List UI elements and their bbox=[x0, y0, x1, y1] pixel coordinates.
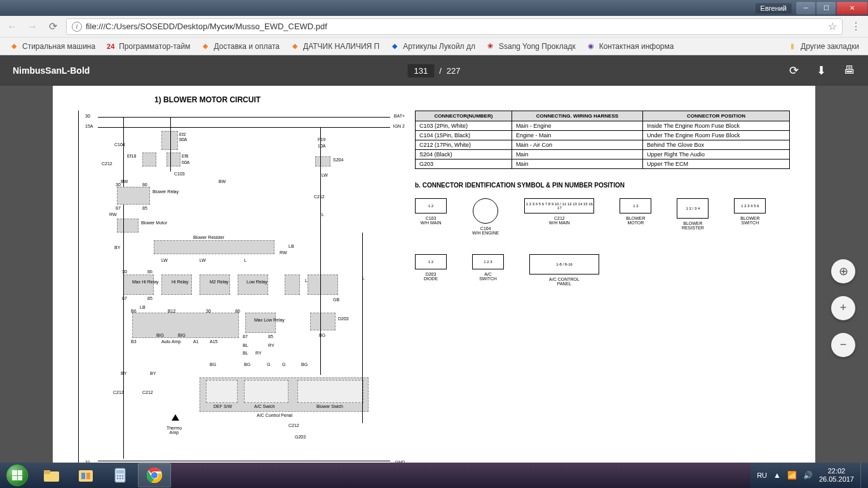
section-title: 1) BLOWER MOTOR CIRCUIT bbox=[154, 95, 790, 104]
svg-point-9 bbox=[122, 475, 124, 477]
window-close-button[interactable]: ✕ bbox=[837, 2, 867, 15]
pdf-content-area[interactable]: 1) BLOWER MOTOR CIRCUIT 30 BAT+ 15A IGN … bbox=[0, 86, 868, 463]
site-info-icon[interactable]: i bbox=[72, 22, 82, 32]
connector-shape: 1 2 3 4 5 6 bbox=[734, 198, 766, 214]
svg-point-11 bbox=[119, 478, 121, 480]
bookmark-item[interactable]: ◆ДАТЧИК НАЛИЧИЯ П bbox=[286, 39, 383, 53]
pdf-viewer: NimbusSanL-Bold 131 / 227 ⟳ ⬇ 🖶 1) BLOWE… bbox=[0, 55, 868, 463]
bookmark-item[interactable]: ◆Доставка и оплата bbox=[196, 39, 283, 53]
svg-rect-6 bbox=[116, 470, 124, 473]
start-button[interactable] bbox=[0, 463, 34, 488]
connector-item: 1 2BLOWERMOTOR bbox=[620, 198, 651, 235]
connector-item: 1 2C103W/H MAIN bbox=[415, 198, 447, 235]
connector-shape: 1 2 3 bbox=[472, 254, 504, 269]
connector-item: 1 2 3 4 5 6BLOWERSWITCH bbox=[734, 198, 766, 235]
connector-item: 1 2D203DIODE bbox=[415, 254, 447, 286]
bookmark-icon: ◉ bbox=[586, 41, 596, 51]
taskbar-spacer bbox=[172, 463, 750, 488]
bookmark-item[interactable]: ◆Артикулы Лукойл дл bbox=[386, 39, 479, 53]
bookmark-icon: ❀ bbox=[485, 41, 496, 51]
pdf-total-pages: 227 bbox=[447, 66, 461, 76]
nav-reload-button[interactable]: ⟳ bbox=[46, 20, 60, 34]
system-tray: RU ▲ 📶 🔊 22:02 26.05.2017 bbox=[750, 467, 860, 484]
bookmark-item[interactable]: 24Программатор-тайм bbox=[102, 39, 194, 53]
windows-logo-icon bbox=[6, 464, 28, 486]
window-minimize-button[interactable]: ─ bbox=[796, 2, 815, 15]
svg-rect-2 bbox=[79, 470, 93, 482]
folder-icon: ▮ bbox=[787, 41, 797, 51]
table-row: C104 (15Pin, Black)Engine - MainUnder Th… bbox=[416, 131, 790, 140]
window-maximize-button[interactable]: ☐ bbox=[817, 2, 836, 15]
bookmark-icon: ◆ bbox=[9, 41, 19, 51]
pdf-fit-button[interactable]: ⊕ bbox=[831, 259, 855, 283]
tray-volume-icon[interactable]: 🔊 bbox=[803, 471, 813, 480]
taskbar-app-chrome[interactable] bbox=[138, 463, 171, 487]
connector-item: C104W/H ENGINE bbox=[472, 198, 499, 235]
pdf-page-indicator: 131 / 227 bbox=[407, 64, 460, 78]
svg-point-10 bbox=[117, 478, 119, 480]
connector-shape bbox=[473, 198, 498, 224]
svg-point-12 bbox=[122, 478, 124, 480]
nav-back-button[interactable]: ← bbox=[5, 20, 19, 34]
bookmark-icon: ◆ bbox=[290, 41, 300, 51]
pdf-actions: ⟳ ⬇ 🖶 bbox=[789, 64, 855, 78]
connector-shape: 1-8 / 8-16 bbox=[529, 254, 599, 274]
section-b-title: b. CONNECTOR IDENTIFICATION SYMBOL & PIN… bbox=[415, 182, 790, 189]
taskbar-app-explorer[interactable] bbox=[35, 463, 68, 487]
bookmark-icon: ◆ bbox=[200, 41, 210, 51]
table-row: C212 (17Pin, White)Main - Air ConBehind … bbox=[416, 140, 790, 150]
nav-forward-button[interactable]: → bbox=[25, 20, 39, 34]
pdf-print-icon[interactable]: 🖶 bbox=[844, 64, 855, 78]
pdf-zoom-controls: ⊕ + − bbox=[831, 259, 855, 357]
bookmark-item[interactable]: ◆Стиральная машина bbox=[5, 39, 99, 53]
bookmark-item[interactable]: ◉Контактная информа bbox=[582, 39, 678, 53]
tray-network-icon[interactable]: 📶 bbox=[787, 471, 797, 480]
connector-shape: 1 2 / 3 4 bbox=[677, 198, 709, 219]
url-text: file:///C:/Users/SOSEDD/Desktop/Мусик/Mu… bbox=[86, 22, 327, 31]
tray-flag-icon[interactable]: ▲ bbox=[773, 471, 781, 480]
chrome-menu-button[interactable]: ⋮ bbox=[849, 20, 863, 34]
taskbar-app-folder[interactable] bbox=[69, 463, 102, 487]
connector-item: 1-8 / 8-16A/C CONTROLPANEL bbox=[529, 254, 599, 286]
taskbar: RU ▲ 📶 🔊 22:02 26.05.2017 bbox=[0, 463, 868, 488]
svg-point-8 bbox=[119, 475, 121, 477]
pdf-toolbar: NimbusSanL-Bold 131 / 227 ⟳ ⬇ 🖶 bbox=[0, 55, 868, 86]
connector-shape: 1 2 bbox=[415, 254, 447, 269]
bookmark-star-icon[interactable]: ☆ bbox=[828, 20, 837, 32]
svg-point-7 bbox=[117, 475, 119, 477]
connector-item: 1 2 / 3 4BLOWERRESISTER bbox=[677, 198, 709, 235]
pdf-rotate-icon[interactable]: ⟳ bbox=[789, 64, 799, 78]
table-row: S204 (Black)MainUpper Right The Audio bbox=[416, 150, 790, 159]
connector-item: 1 2 3A/CSWITCH bbox=[472, 254, 504, 286]
circuit-diagram: 30 BAT+ 15A IGN 2 31 GND Ef2 bbox=[78, 111, 409, 463]
show-desktop-button[interactable] bbox=[860, 463, 868, 488]
svg-rect-3 bbox=[81, 473, 85, 479]
pdf-zoom-in-button[interactable]: + bbox=[831, 296, 855, 320]
chrome-user-badge[interactable]: Евгений bbox=[756, 3, 792, 13]
tray-clock[interactable]: 22:02 26.05.2017 bbox=[819, 467, 854, 484]
pdf-page: 1) BLOWER MOTOR CIRCUIT 30 BAT+ 15A IGN … bbox=[53, 86, 815, 463]
address-bar: ← → ⟳ i file:///C:/Users/SOSEDD/Desktop/… bbox=[0, 16, 868, 37]
pdf-current-page-input[interactable]: 131 bbox=[407, 64, 434, 78]
connector-item: 1 2 3 4 5 6 7 8 9 10 / 11 12 13 14 15 16… bbox=[524, 198, 594, 235]
bookmark-icon: ◆ bbox=[390, 41, 400, 51]
connector-shape: 1 2 bbox=[415, 198, 447, 214]
pdf-document-title: NimbusSanL-Bold bbox=[13, 65, 90, 76]
window-titlebar: Евгений ─ ☐ ✕ bbox=[0, 0, 868, 16]
other-bookmarks-button[interactable]: ▮Другие закладки bbox=[783, 39, 863, 53]
tray-lang-indicator[interactable]: RU bbox=[757, 471, 767, 479]
table-row: G203MainUpper The ECM bbox=[416, 159, 790, 169]
connector-shape: 1 2 3 4 5 6 7 8 9 10 / 11 12 13 14 15 16… bbox=[524, 198, 594, 214]
svg-rect-4 bbox=[86, 473, 90, 479]
connector-table: CONNECTOR(NUMBER) CONNECTING. WIRING HAR… bbox=[415, 111, 790, 169]
bookmark-icon: 24 bbox=[105, 41, 116, 51]
connector-shape: 1 2 bbox=[620, 198, 651, 214]
taskbar-app-calc[interactable] bbox=[104, 463, 137, 487]
omnibox[interactable]: i file:///C:/Users/SOSEDD/Desktop/Мусик/… bbox=[66, 18, 843, 35]
connector-grid: 1 2C103W/H MAINC104W/H ENGINE1 2 3 4 5 6… bbox=[415, 198, 790, 286]
bookmarks-bar: ◆Стиральная машина 24Программатор-тайм ◆… bbox=[0, 37, 868, 55]
svg-rect-1 bbox=[44, 470, 50, 474]
bookmark-item[interactable]: ❀Ssang Yong Прокладк bbox=[482, 39, 580, 53]
pdf-zoom-out-button[interactable]: − bbox=[831, 333, 855, 357]
pdf-download-icon[interactable]: ⬇ bbox=[817, 64, 826, 78]
